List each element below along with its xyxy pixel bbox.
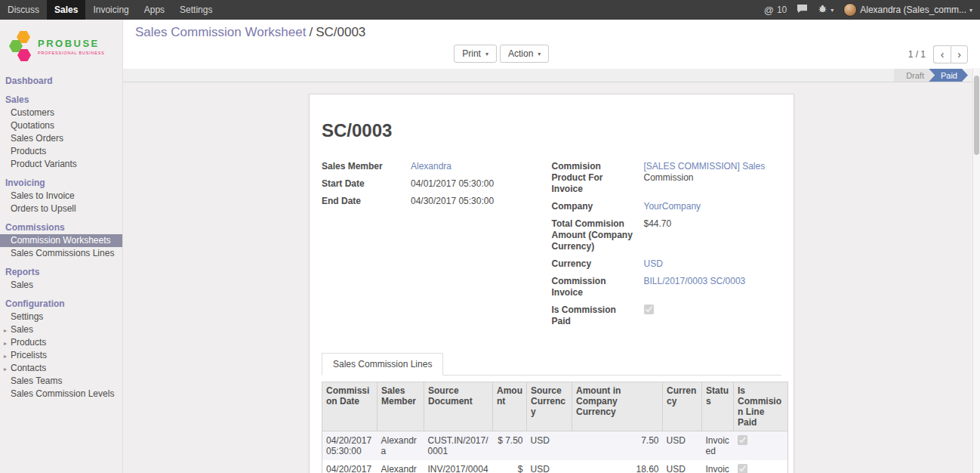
col-header-sales-member: Sales Member <box>378 382 424 431</box>
cell-sales-member: Alexandra <box>378 460 424 473</box>
sidebar-section-configuration: Configuration Settings ▸Sales ▸Products … <box>0 297 122 400</box>
avatar <box>843 3 857 17</box>
tab-sales-commission-lines[interactable]: Sales Commission Lines <box>322 353 443 376</box>
pager-next-button[interactable]: › <box>951 45 968 63</box>
breadcrumb-separator: / <box>306 25 316 39</box>
sidebar-item-quotations[interactable]: Quotations <box>0 119 122 132</box>
cell-line-paid <box>734 460 788 473</box>
expand-arrow-icon: ▸ <box>4 351 7 361</box>
cell-amount: $ 18.60 <box>493 460 527 473</box>
sidebar-item-label: Products <box>11 337 46 348</box>
field-value-commission-product[interactable]: [SALES COMMISSION] Sales <box>644 161 766 172</box>
field-value-sales-member[interactable]: Alexandra <box>411 161 451 172</box>
nav-item-discuss[interactable]: Discuss <box>0 0 47 20</box>
expand-arrow-icon: ▸ <box>4 339 7 348</box>
pager-previous-button[interactable]: ‹ <box>933 45 951 63</box>
field-label-end-date: End Date <box>322 196 411 207</box>
control-panel: Sales Commission Worksheet/SC/0003 Print… <box>123 20 980 69</box>
pager: 1 / 1 ‹ › <box>908 45 968 63</box>
sidebar-heading-dashboard[interactable]: Dashboard <box>0 74 122 88</box>
print-button[interactable]: Print ▾ <box>454 45 497 63</box>
debug-menu[interactable]: ▾ <box>818 4 834 16</box>
field-label-company: Company <box>552 201 644 212</box>
col-header-is-commission-line-paid: Is Commision Line Paid <box>734 382 788 431</box>
commission-line-row[interactable]: 04/20/2017 05:30:00 Alexandra INV/2017/0… <box>322 460 788 473</box>
col-header-currency: Currency <box>663 382 702 431</box>
cell-amount: $ 7.50 <box>493 431 527 461</box>
sidebar-item-commission-worksheets[interactable]: Commission Worksheets <box>0 234 122 247</box>
cell-source-currency: USD <box>527 460 572 473</box>
cell-source-document: INV/2017/0004-SO008 <box>424 460 493 473</box>
col-header-status: Status <box>702 382 734 431</box>
field-value-company[interactable]: YourCompany <box>644 201 701 212</box>
sidebar-item-config-sales[interactable]: ▸Sales <box>0 323 122 336</box>
cell-status: Invoiced <box>702 460 734 473</box>
sidebar-item-sales-commissions-lines[interactable]: Sales Commissions Lines <box>0 247 122 260</box>
cell-line-paid <box>734 431 788 461</box>
nav-item-invoicing[interactable]: Invoicing <box>85 0 136 20</box>
sidebar-item-products[interactable]: Products <box>0 145 122 158</box>
bug-icon <box>818 4 827 16</box>
field-value-commission-invoice[interactable]: BILL/2017/0003 SC/0003 <box>644 276 746 286</box>
notebook: Sales Commission Lines Commission Date S… <box>322 353 781 473</box>
status-step-draft[interactable]: Draft <box>894 69 935 82</box>
nav-item-apps[interactable]: Apps <box>137 0 172 20</box>
vertical-scrollbar[interactable] <box>972 68 980 473</box>
user-menu[interactable]: Alexandra (Sales_comm... ▾ <box>843 3 972 17</box>
sidebar-item-orders-to-upsell[interactable]: Orders to Upsell <box>0 202 122 215</box>
navbar-systray: @ 10 ▾ Alexandra (Sales_comm... ▾ <box>764 0 980 20</box>
form-view: SC/0003 Sales Member Alexandra Start Dat… <box>123 82 980 473</box>
sidebar-item-sales-commission-levels[interactable]: Sales Commission Levels <box>0 388 122 400</box>
line-paid-checkbox <box>738 435 747 445</box>
action-button-label: Action <box>508 48 533 59</box>
col-header-source-currency: Source Currency <box>527 382 572 431</box>
sidebar-item-sales-to-invoice[interactable]: Sales to Invoice <box>0 190 122 202</box>
caret-down-icon: ▾ <box>485 51 488 57</box>
breadcrumb-current: SC/0003 <box>316 25 365 39</box>
sidebar-item-product-variants[interactable]: Product Variants <box>0 158 122 171</box>
nav-item-settings[interactable]: Settings <box>172 0 220 20</box>
breadcrumb-parent[interactable]: Sales Commission Worksheet <box>135 25 306 39</box>
sidebar-item-label: Sales <box>11 324 33 335</box>
field-value-total-commission-amount: $44.70 <box>644 218 782 230</box>
messages-menu[interactable] <box>797 4 808 16</box>
sidebar-item-settings[interactable]: Settings <box>0 311 122 323</box>
sidebar-section-invoicing: Invoicing Sales to Invoice Orders to Ups… <box>0 176 122 215</box>
control-panel-buttons-row: Print ▾ Action ▾ 1 / 1 ‹ › <box>135 45 968 64</box>
sidebar-item-config-contacts[interactable]: ▸Contacts <box>0 362 122 375</box>
sidebar-item-customers[interactable]: Customers <box>0 107 122 119</box>
scrollbar-thumb[interactable] <box>974 76 979 155</box>
expand-arrow-icon: ▸ <box>4 364 7 374</box>
cell-currency: USD <box>663 460 702 473</box>
col-header-source-document: Source Document <box>424 382 493 431</box>
sidebar-item-config-pricelists[interactable]: ▸Pricelists <box>0 349 122 362</box>
sidebar-heading-commissions[interactable]: Commissions <box>0 221 122 234</box>
cell-source-document: CUST.IN/2017/0001 <box>424 431 493 461</box>
tab-bar: Sales Commission Lines <box>322 353 781 376</box>
action-button[interactable]: Action ▾ <box>500 45 549 63</box>
cell-commission-date: 04/20/2017 05:30:00 <box>322 460 378 473</box>
sidebar-heading-sales[interactable]: Sales <box>0 93 122 107</box>
field-label-commission-invoice: Commission Invoice <box>552 276 644 298</box>
sidebar-item-reports-sales[interactable]: Sales <box>0 279 122 292</box>
col-header-amount-company-currency: Amount in Company Currency <box>572 382 663 431</box>
sidebar-heading-invoicing[interactable]: Invoicing <box>0 176 122 190</box>
activities-menu[interactable]: @ 10 <box>764 5 787 16</box>
field-label-total-commission-amount: Total Commision Amount (Company Currency… <box>552 218 644 252</box>
sidebar-heading-reports[interactable]: Reports <box>0 265 122 279</box>
sidebar-heading-configuration[interactable]: Configuration <box>0 297 122 311</box>
sidebar: PROBUSE PROFESSIONAL BUSINESS Dashboard … <box>0 20 123 473</box>
sidebar-item-sales-orders[interactable]: Sales Orders <box>0 132 122 145</box>
nav-item-sales[interactable]: Sales <box>47 0 85 20</box>
logo-hexagons-icon <box>9 29 33 63</box>
is-commission-paid-checkbox <box>644 305 654 314</box>
sidebar-item-config-products[interactable]: ▸Products <box>0 336 122 349</box>
field-group-right: Commision Product For Invoice [SALES COM… <box>552 161 782 327</box>
sidebar-item-sales-teams[interactable]: Sales Teams <box>0 375 122 388</box>
cell-amount-company: 7.50 <box>572 431 663 461</box>
field-value-currency[interactable]: USD <box>644 258 663 269</box>
sidebar-item-label: Pricelists <box>11 350 47 360</box>
commission-line-row[interactable]: 04/20/2017 05:30:00 Alexandra CUST.IN/20… <box>322 431 788 461</box>
caret-down-icon: ▾ <box>969 7 972 14</box>
field-group: Sales Member Alexandra Start Date 04/01/… <box>322 161 781 327</box>
